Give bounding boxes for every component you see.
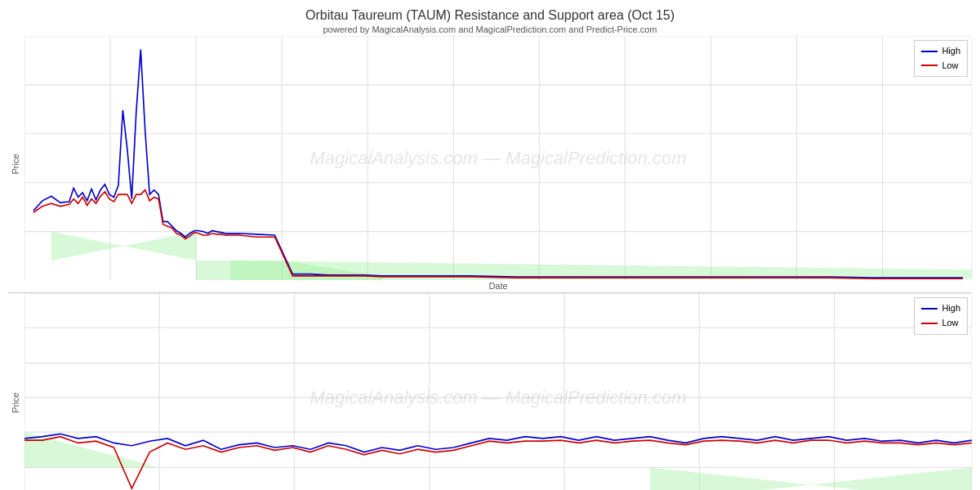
page-container: Orbitau Taureum (TAUM) Resistance and Su… bbox=[0, 0, 980, 490]
bottom-legend-low-label: Low bbox=[942, 316, 958, 331]
bottom-chart-wrapper: Price MagicalAnalysis.com — MagicalPredi… bbox=[8, 293, 972, 490]
bottom-y-axis-label: Price bbox=[8, 293, 23, 490]
legend-high-label: High bbox=[942, 44, 960, 59]
header: Orbitau Taureum (TAUM) Resistance and Su… bbox=[8, 8, 972, 34]
legend-low-item: Low bbox=[921, 59, 960, 74]
svg-marker-66 bbox=[650, 468, 972, 490]
legend-low-label: Low bbox=[942, 59, 958, 74]
legend-high-line bbox=[921, 51, 938, 52]
subtitle: powered by MagicalAnalysis.com and Magic… bbox=[8, 24, 972, 34]
legend-low-line bbox=[921, 65, 938, 66]
bottom-chart-svg-area: MagicalAnalysis.com — MagicalPrediction.… bbox=[24, 293, 972, 490]
charts-area: Price MagicalAnalysis.com — MagicalPredi… bbox=[8, 36, 972, 490]
bottom-legend-low-item: Low bbox=[921, 316, 960, 331]
top-chart-wrapper: Price MagicalAnalysis.com — MagicalPredi… bbox=[8, 36, 972, 292]
bottom-legend-low-line bbox=[921, 323, 938, 324]
bottom-legend-high-item: High bbox=[921, 301, 960, 316]
bottom-legend-high-label: High bbox=[942, 301, 960, 316]
bottom-chart-svg: 0.00002 0.00004 0.00006 0.00008 0.00010 … bbox=[24, 293, 972, 490]
bottom-chart-content: MagicalAnalysis.com — MagicalPrediction.… bbox=[24, 293, 972, 490]
top-chart-content: MagicalAnalysis.com — MagicalPrediction.… bbox=[24, 36, 972, 292]
top-chart-legend: High Low bbox=[914, 40, 968, 77]
bottom-legend-high-line bbox=[921, 308, 938, 310]
svg-marker-36 bbox=[230, 230, 972, 280]
svg-marker-34 bbox=[51, 232, 196, 261]
bottom-chart-legend: High Low bbox=[914, 297, 968, 334]
top-x-axis-label: Date bbox=[24, 281, 972, 291]
top-y-axis-label: Price bbox=[8, 36, 23, 292]
legend-high-item: High bbox=[921, 44, 960, 59]
top-chart-svg: 0.0000 0.0005 0.0010 0.0015 0.0020 2023-… bbox=[24, 36, 972, 280]
top-chart-svg-area: MagicalAnalysis.com — MagicalPrediction.… bbox=[24, 36, 972, 280]
main-title: Orbitau Taureum (TAUM) Resistance and Su… bbox=[8, 8, 972, 23]
